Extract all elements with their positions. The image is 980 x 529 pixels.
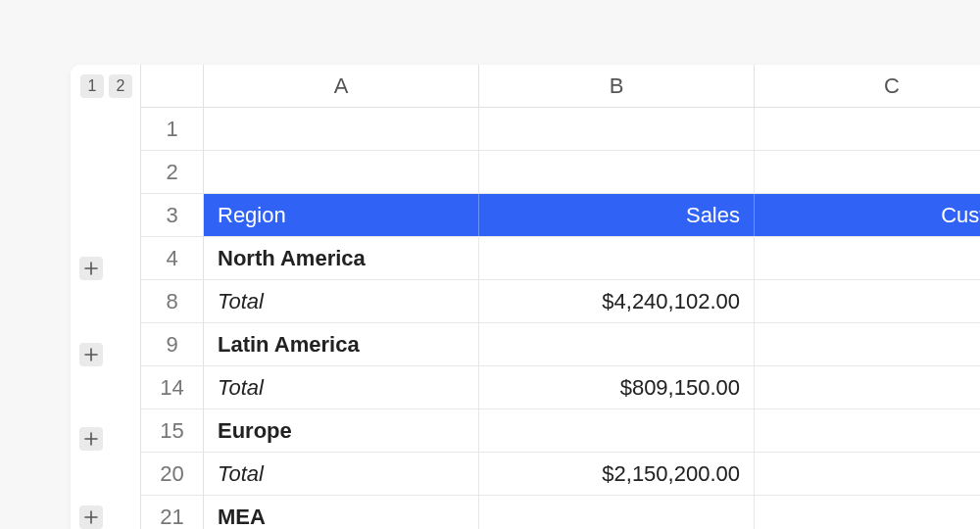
table-row: 15 Europe <box>141 409 980 453</box>
cell-region-name[interactable]: North America <box>204 237 479 279</box>
grid-area: A B C 1 2 3 Region Sales Custom <box>141 65 980 529</box>
expand-group-button[interactable] <box>79 257 103 280</box>
cell[interactable] <box>479 496 755 529</box>
cell-total-label[interactable]: Total <box>204 453 479 495</box>
row-header[interactable]: 15 <box>141 409 204 452</box>
cell-total-value[interactable]: $4,240,102.00 <box>479 280 755 322</box>
cell[interactable] <box>755 366 980 409</box>
cell[interactable] <box>479 409 755 452</box>
table-row: 9 Latin America <box>141 323 980 366</box>
row-header[interactable]: 21 <box>141 496 204 529</box>
header-cell-region[interactable]: Region <box>204 194 479 236</box>
row-header[interactable]: 3 <box>141 194 204 236</box>
row-header[interactable]: 9 <box>141 323 204 365</box>
cell[interactable] <box>755 409 980 452</box>
row-header[interactable]: 2 <box>141 151 204 193</box>
column-header-c[interactable]: C <box>755 65 980 107</box>
cell[interactable] <box>479 151 755 193</box>
cell[interactable] <box>479 108 755 150</box>
expand-group-button[interactable] <box>79 343 103 366</box>
header-cell-customers[interactable]: Custom <box>755 194 980 236</box>
expand-group-button[interactable] <box>79 427 103 451</box>
table-row: 21 MEA <box>141 496 980 529</box>
table-row: 8 Total $4,240,102.00 2 <box>141 280 980 323</box>
cell-total-value[interactable]: $2,150,200.00 <box>479 453 755 495</box>
table-row: 1 <box>141 108 980 151</box>
cell[interactable] <box>479 323 755 365</box>
plus-icon <box>84 262 98 275</box>
row-header[interactable]: 8 <box>141 280 204 322</box>
cell[interactable] <box>479 237 755 279</box>
cell[interactable] <box>204 151 479 193</box>
cell[interactable]: 2 <box>755 280 980 322</box>
outline-level-1-button[interactable]: 1 <box>80 74 104 98</box>
column-headers-row: A B C <box>141 65 980 108</box>
cell-region-name[interactable]: Latin America <box>204 323 479 365</box>
cell-total-label[interactable]: Total <box>204 280 479 322</box>
table-row: 14 Total $809,150.00 <box>141 366 980 409</box>
cell[interactable] <box>755 151 980 193</box>
cell[interactable] <box>755 323 980 365</box>
select-all-corner[interactable] <box>141 65 204 107</box>
cell[interactable] <box>755 496 980 529</box>
row-header[interactable]: 20 <box>141 453 204 495</box>
header-cell-sales[interactable]: Sales <box>479 194 755 236</box>
table-header-row: 3 Region Sales Custom <box>141 194 980 237</box>
cell-region-name[interactable]: MEA <box>204 496 479 529</box>
expand-group-button[interactable] <box>79 505 103 529</box>
rows-container: 1 2 3 Region Sales Custom 4 North Americ… <box>141 108 980 529</box>
cell[interactable] <box>755 108 980 150</box>
cell-region-name[interactable]: Europe <box>204 409 479 452</box>
column-header-a[interactable]: A <box>204 65 479 107</box>
outline-column: 1 2 <box>71 65 141 529</box>
cell[interactable] <box>755 237 980 279</box>
column-header-b[interactable]: B <box>479 65 755 107</box>
cell[interactable]: 1 <box>755 453 980 495</box>
cell-total-value[interactable]: $809,150.00 <box>479 366 755 409</box>
plus-icon <box>84 348 98 361</box>
row-header[interactable]: 4 <box>141 237 204 279</box>
spreadsheet-container: 1 2 A B C 1 <box>71 65 980 529</box>
plus-icon <box>84 432 98 446</box>
plus-icon <box>84 510 98 524</box>
table-row: 4 North America <box>141 237 980 280</box>
table-row: 20 Total $2,150,200.00 1 <box>141 453 980 496</box>
outline-level-buttons: 1 2 <box>80 74 132 98</box>
table-row: 2 <box>141 151 980 194</box>
cell[interactable] <box>204 108 479 150</box>
row-header[interactable]: 14 <box>141 366 204 409</box>
outline-level-2-button[interactable]: 2 <box>109 74 132 98</box>
cell-total-label[interactable]: Total <box>204 366 479 409</box>
row-header[interactable]: 1 <box>141 108 204 150</box>
